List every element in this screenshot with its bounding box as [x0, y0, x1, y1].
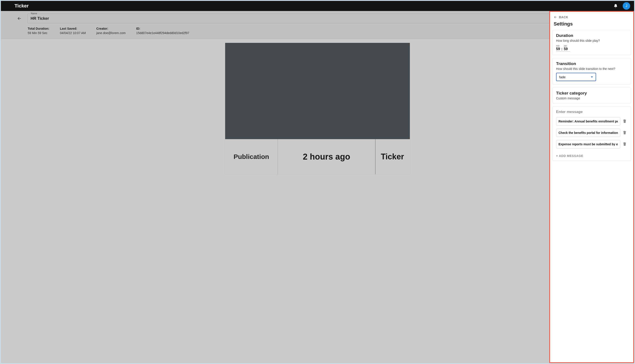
trash-icon[interactable] — [622, 119, 627, 124]
message-row — [556, 140, 627, 148]
ticker-title: Ticker — [376, 139, 410, 174]
category-subtitle: Custom message — [556, 96, 627, 100]
total-duration-label: Total Duration: — [28, 27, 50, 30]
trash-icon[interactable] — [622, 130, 627, 135]
back-button[interactable]: BACK — [554, 16, 631, 19]
transition-subtitle: How should this slide transition to the … — [556, 67, 627, 70]
message-row — [556, 128, 627, 137]
name-field[interactable] — [27, 14, 630, 23]
duration-title: Duration — [556, 33, 627, 38]
id-value: 15dd07e4e1e448f294dedd0d10ed2f97 — [136, 31, 189, 35]
avatar[interactable]: J — [623, 2, 630, 10]
messages-card: Enter message + ADD MESSAGE — [552, 106, 631, 161]
back-arrow-icon[interactable] — [14, 14, 24, 23]
message-input[interactable] — [556, 117, 620, 126]
id-label: ID: — [136, 27, 189, 30]
duration-input[interactable]: min 59 : sec 59 — [556, 44, 570, 52]
ticker-time: 2 hours ago — [278, 139, 376, 174]
message-row — [556, 117, 627, 126]
category-title: Ticker category — [556, 91, 627, 96]
message-input[interactable] — [556, 128, 620, 137]
sec-value: 59 — [564, 47, 568, 51]
last-saved-label: Last Saved: — [60, 27, 86, 30]
transition-value: fade — [559, 75, 566, 79]
settings-panel: BACK Settings Duration How long should t… — [549, 11, 634, 363]
last-saved-value: 04/04/22 10:07 AM — [60, 31, 86, 35]
transition-select[interactable]: fade — [556, 73, 596, 81]
trash-icon[interactable] — [622, 142, 627, 146]
top-bar: Ticker J — [1, 1, 634, 11]
chevron-down-icon — [591, 76, 593, 78]
name-field-label: Name — [30, 12, 38, 15]
min-value: 59 — [556, 47, 560, 51]
ticker-row: Publication 2 hours ago Ticker — [225, 139, 410, 174]
avatar-initial: J — [626, 4, 627, 8]
preview-content-area — [225, 43, 410, 139]
sec-label: sec — [564, 44, 568, 47]
editor-header: Name Total Duration: 59 Min 59 Sec Last … — [1, 11, 634, 39]
category-card: Ticker category Custom message — [552, 88, 631, 103]
transition-card: Transition How should this slide transit… — [552, 58, 631, 84]
notifications-icon[interactable] — [613, 3, 618, 8]
panel-title: Settings — [554, 21, 630, 27]
arrow-left-icon — [554, 16, 557, 19]
app-title: Ticker — [14, 3, 28, 9]
messages-title: Enter message — [556, 110, 627, 114]
back-label: BACK — [559, 16, 568, 19]
total-duration-value: 59 Min 59 Sec — [28, 31, 50, 35]
duration-subtitle: How long should this slide play? — [556, 39, 627, 42]
creator-value: jane.doe@lorem.com — [96, 31, 126, 35]
transition-title: Transition — [556, 61, 627, 66]
min-label: min — [556, 44, 560, 47]
slide-preview[interactable]: Publication 2 hours ago Ticker — [225, 43, 410, 174]
creator-label: Creator: — [96, 27, 126, 30]
add-message-button[interactable]: + ADD MESSAGE — [556, 154, 627, 158]
ticker-source: Publication — [225, 139, 278, 174]
duration-card: Duration How long should this slide play… — [552, 30, 631, 55]
message-input[interactable] — [556, 140, 620, 148]
